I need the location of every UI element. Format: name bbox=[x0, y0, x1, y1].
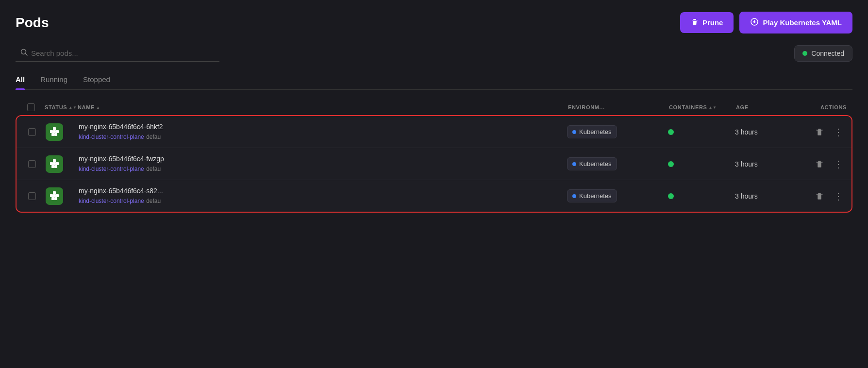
pod-2-name: my-nginx-65b446f6c4-fwzgp bbox=[79, 155, 563, 163]
pod-2-env-dot bbox=[572, 162, 576, 166]
svg-rect-9 bbox=[54, 133, 57, 136]
svg-rect-8 bbox=[51, 133, 54, 136]
svg-rect-12 bbox=[53, 162, 56, 165]
kubernetes-icon bbox=[750, 17, 759, 28]
prune-button[interactable]: Prune bbox=[680, 12, 734, 33]
tabs-container: All Running Stopped bbox=[16, 71, 852, 90]
table-row: my-nginx-65b446f6c4-6hkf2 kind-cluster-c… bbox=[17, 116, 851, 148]
tab-all[interactable]: All bbox=[16, 71, 25, 89]
pod-1-env-badge: Kubernetes bbox=[567, 125, 617, 138]
pod-1-context: kind-cluster-control-plane bbox=[79, 134, 144, 140]
trash-icon bbox=[691, 18, 699, 27]
pod-3-actions: ⋮ bbox=[797, 188, 846, 204]
play-yaml-button[interactable]: Play Kubernetes YAML bbox=[739, 12, 852, 33]
col-environment: ENVIRONM... bbox=[568, 104, 665, 110]
pod-1-context-namespace: kind-cluster-control-plane defau bbox=[79, 132, 563, 141]
svg-rect-20 bbox=[51, 197, 54, 200]
pod-3-container-dot bbox=[668, 193, 674, 199]
pod-3-status-cell bbox=[46, 187, 75, 205]
pod-1-name: my-nginx-65b446f6c4-6hkf2 bbox=[79, 123, 563, 131]
pod-2-namespace: defau bbox=[146, 166, 161, 172]
pod-3-delete-button[interactable] bbox=[813, 190, 826, 202]
search-input[interactable] bbox=[16, 45, 219, 62]
col-age: AGE bbox=[736, 104, 794, 110]
pod-1-status-cell bbox=[46, 123, 75, 141]
pod-2-environment: Kubernetes bbox=[567, 157, 664, 170]
pod-1-icon bbox=[46, 123, 63, 141]
svg-rect-14 bbox=[51, 165, 54, 168]
pod-1-checkbox-cell[interactable] bbox=[22, 128, 42, 136]
pod-2-delete-button[interactable] bbox=[813, 158, 826, 170]
svg-rect-5 bbox=[50, 130, 53, 133]
table-header: STATUS ▲▼ NAME ▲ ENVIRONM... CONTAINERS … bbox=[16, 100, 852, 115]
pod-2-icon bbox=[46, 155, 63, 173]
col-status: STATUS ▲▼ bbox=[45, 104, 74, 110]
pod-3-env-dot bbox=[572, 194, 576, 198]
pod-2-context: kind-cluster-control-plane bbox=[79, 166, 144, 172]
pod-1-namespace: defau bbox=[146, 134, 161, 140]
svg-rect-6 bbox=[53, 130, 56, 133]
pod-3-info: my-nginx-65b446f6c4-s82... kind-cluster-… bbox=[79, 187, 563, 205]
pod-1-info: my-nginx-65b446f6c4-6hkf2 kind-cluster-c… bbox=[79, 123, 563, 141]
pod-3-icon bbox=[46, 187, 63, 205]
pods-table: STATUS ▲▼ NAME ▲ ENVIRONM... CONTAINERS … bbox=[16, 100, 852, 213]
pod-3-namespace: defau bbox=[146, 198, 161, 204]
page-header: Pods Prune Play Kubernetes YAML bbox=[16, 12, 852, 33]
svg-rect-18 bbox=[53, 194, 56, 197]
pod-2-info: my-nginx-65b446f6c4-fwzgp kind-cluster-c… bbox=[79, 155, 563, 173]
pod-2-container-dot bbox=[668, 161, 674, 167]
connection-status-badge: Connected bbox=[794, 45, 852, 62]
svg-rect-10 bbox=[53, 127, 56, 130]
page-title: Pods bbox=[16, 15, 49, 31]
pod-1-container-dot bbox=[668, 129, 674, 135]
pod-2-more-button[interactable]: ⋮ bbox=[832, 156, 846, 172]
svg-rect-7 bbox=[56, 130, 59, 133]
search-row: Connected bbox=[16, 45, 852, 62]
pod-1-containers bbox=[668, 129, 731, 135]
select-all-cell[interactable] bbox=[21, 103, 41, 111]
search-icon bbox=[20, 49, 28, 58]
pod-1-env-dot bbox=[572, 130, 576, 134]
pod-2-checkbox-cell[interactable] bbox=[22, 160, 42, 168]
svg-point-2 bbox=[753, 21, 755, 23]
status-sort-icon[interactable]: ▲▼ bbox=[68, 105, 77, 110]
pod-3-context: kind-cluster-control-plane bbox=[79, 198, 144, 204]
pod-1-environment: Kubernetes bbox=[567, 125, 664, 138]
pod-2-age: 3 hours bbox=[735, 160, 793, 168]
svg-line-4 bbox=[26, 54, 28, 56]
pod-1-more-button[interactable]: ⋮ bbox=[832, 124, 846, 140]
table-row: my-nginx-65b446f6c4-s82... kind-cluster-… bbox=[17, 180, 851, 212]
pod-2-actions: ⋮ bbox=[797, 156, 846, 172]
containers-sort-icon[interactable]: ▲▼ bbox=[709, 105, 717, 110]
col-actions: ACTIONS bbox=[798, 104, 847, 110]
pod-3-more-button[interactable]: ⋮ bbox=[832, 188, 846, 204]
tab-running[interactable]: Running bbox=[40, 71, 67, 89]
header-actions: Prune Play Kubernetes YAML bbox=[680, 12, 852, 33]
pod-2-status-cell bbox=[46, 155, 75, 173]
pod-2-env-badge: Kubernetes bbox=[567, 157, 617, 170]
pod-1-actions: ⋮ bbox=[797, 124, 846, 140]
pod-3-context-namespace: kind-cluster-control-plane defau bbox=[79, 196, 563, 205]
pod-2-containers bbox=[668, 161, 731, 167]
pod-1-checkbox[interactable] bbox=[28, 128, 36, 136]
name-sort-icon[interactable]: ▲ bbox=[96, 105, 100, 110]
svg-rect-15 bbox=[54, 165, 57, 168]
pod-3-checkbox-cell[interactable] bbox=[22, 192, 42, 200]
pod-3-env-badge: Kubernetes bbox=[567, 189, 617, 202]
pod-2-checkbox[interactable] bbox=[28, 160, 36, 168]
table-row: my-nginx-65b446f6c4-fwzgp kind-cluster-c… bbox=[17, 148, 851, 180]
search-container bbox=[16, 45, 219, 62]
pod-1-age: 3 hours bbox=[735, 128, 793, 136]
select-all-checkbox[interactable] bbox=[27, 103, 35, 111]
svg-rect-17 bbox=[50, 194, 53, 197]
connection-status-text: Connected bbox=[811, 50, 844, 57]
pod-2-context-namespace: kind-cluster-control-plane defau bbox=[79, 164, 563, 173]
svg-rect-22 bbox=[53, 191, 56, 194]
pod-3-checkbox[interactable] bbox=[28, 192, 36, 200]
pod-3-environment: Kubernetes bbox=[567, 189, 664, 202]
col-name: NAME ▲ bbox=[78, 104, 564, 110]
col-containers: CONTAINERS ▲▼ bbox=[669, 104, 732, 110]
pod-1-delete-button[interactable] bbox=[813, 126, 826, 138]
tab-stopped[interactable]: Stopped bbox=[83, 71, 110, 89]
connected-dot bbox=[802, 51, 807, 56]
